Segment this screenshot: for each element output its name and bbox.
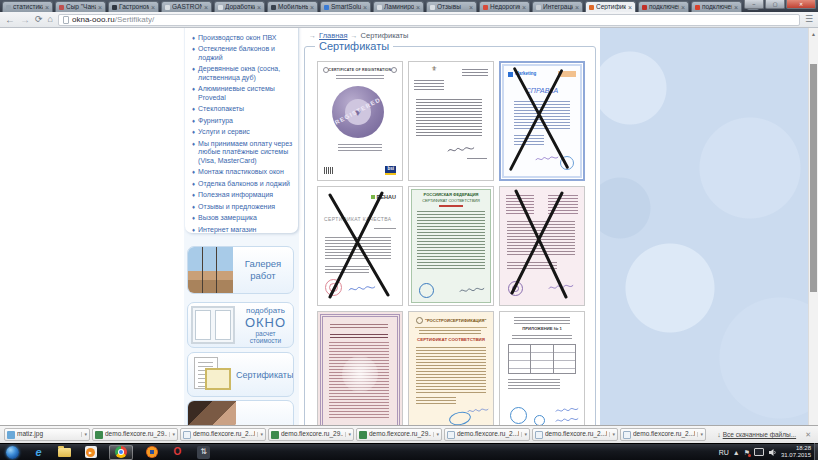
tab-close-icon[interactable]: × <box>469 5 473 10</box>
tab-close-icon[interactable]: × <box>734 5 738 10</box>
tab-close-icon[interactable]: × <box>363 5 367 10</box>
certificate-thumbnail-green[interactable]: РОССИЙСКАЯ ФЕДЕРАЦИЯ СЕРТИФИКАТ СООТВЕТС… <box>408 186 494 306</box>
caret-icon[interactable]: ▾ <box>257 432 263 437</box>
browser-tab[interactable]: статистика× <box>2 1 53 12</box>
window-close-button[interactable]: ✕ <box>786 0 816 9</box>
sidebar-item-measurer[interactable]: ♦Вызов замерщика <box>192 214 294 223</box>
sidebar-item-install[interactable]: ♦Монтаж пластиковых окон <box>192 168 294 177</box>
language-indicator[interactable]: RU <box>719 449 729 456</box>
start-button[interactable] <box>5 445 20 460</box>
tab-close-icon[interactable]: × <box>628 5 632 10</box>
taskbar-opera[interactable]: O <box>170 445 185 460</box>
scrollbar-thumb[interactable] <box>810 64 817 292</box>
tab-close-icon[interactable]: × <box>575 5 579 10</box>
certificate-thumbnail-rosstroy[interactable]: "РОССТРОЙСЕРТИФИКАЦИЯ" СЕРТИФИКАТ СООТВЕ… <box>408 311 494 425</box>
forward-icon[interactable]: → <box>20 15 30 25</box>
browser-tab[interactable]: Гастроном× <box>108 1 159 12</box>
taskbar-chrome-active[interactable] <box>109 445 133 460</box>
taskbar-firefox[interactable] <box>144 445 159 460</box>
scroll-up-icon[interactable]: ▲ <box>809 28 818 39</box>
sidebar-item-info[interactable]: ♦Полезная информация <box>192 191 294 200</box>
show-all-downloads-link[interactable]: ↓ Все скачанные файлы... <box>717 431 796 438</box>
tab-close-icon[interactable]: × <box>257 5 261 10</box>
tab-close-icon[interactable]: × <box>204 5 208 10</box>
address-bar[interactable]: okna-ooo.ru/Sertifikaty/ <box>58 14 800 26</box>
download-item[interactable]: matiz.jpg▾ <box>4 428 90 441</box>
taskbar-download-manager[interactable]: ⇅ <box>196 445 211 460</box>
caret-icon[interactable]: ▾ <box>81 432 87 437</box>
caret-icon[interactable]: ▾ <box>169 432 175 437</box>
network-icon[interactable] <box>754 448 764 456</box>
taskbar-clock[interactable]: 18:28 31.07.2015 <box>781 445 811 459</box>
hidden-icons-arrow[interactable]: ▲ <box>733 449 740 456</box>
tab-close-icon[interactable]: × <box>310 5 314 10</box>
certificate-thumbnail-rehau-crossed[interactable]: REHAU СЕРТИФИКАТ КАЧЕСТВА <box>317 186 403 306</box>
browser-tab[interactable]: Сыр "Чанах"× <box>55 1 106 12</box>
browser-tab[interactable]: Отзывы× <box>426 1 477 12</box>
caret-icon[interactable]: ▾ <box>697 432 703 437</box>
caret-icon[interactable]: ▾ <box>433 432 439 437</box>
tab-close-icon[interactable]: × <box>416 5 420 10</box>
certificate-thumbnail-letter[interactable]: ⚜ <box>408 61 494 181</box>
download-item[interactable]: demo.flexcore.ru_2...html▾ <box>180 428 266 441</box>
download-item[interactable]: demo.flexcore.ru_2...html▾ <box>620 428 706 441</box>
browser-tab[interactable]: подключени...× <box>638 1 689 12</box>
gallery-widget[interactable]: Галерея работ <box>187 246 294 294</box>
action-center-flag-icon[interactable]: ⚑ <box>744 449 750 456</box>
sidebar-item-reviews[interactable]: ♦Отзывы и предложения <box>192 203 294 212</box>
window-minimize-button[interactable]: – <box>744 0 764 9</box>
reload-icon[interactable]: ⟳ <box>35 15 43 24</box>
tab-close-icon[interactable]: × <box>522 5 526 10</box>
downloads-bar-close-icon[interactable]: ✕ <box>805 431 811 438</box>
certificate-thumbnail-pink-crossed[interactable] <box>499 186 585 306</box>
window-maximize-button[interactable]: ▢ <box>765 0 785 9</box>
browser-tab[interactable]: Ламиниро...× <box>373 1 424 12</box>
browser-tab[interactable]: Интеграции× <box>532 1 583 12</box>
download-item[interactable]: demo.flexcore.ru_29....csv▾ <box>268 428 354 441</box>
caret-icon[interactable]: ▾ <box>345 432 351 437</box>
sidebar-item-aluminium[interactable]: ♦Алюминиевые системы Provedal <box>192 85 294 102</box>
sidebar-item-payment[interactable]: ♦Мы принимаем оплату через любые платёжн… <box>192 140 294 166</box>
taskbar-explorer[interactable] <box>57 445 72 460</box>
browser-tab-active[interactable]: Сертификат...× <box>585 1 636 12</box>
show-desktop-button[interactable] <box>814 443 818 460</box>
tab-close-icon[interactable]: × <box>98 5 102 10</box>
certificates-widget[interactable]: Сертификаты <box>187 352 294 397</box>
taskbar-media-player[interactable]: ▶ <box>83 445 98 460</box>
browser-tab[interactable]: Мобильный× <box>267 1 318 12</box>
tab-close-icon[interactable]: × <box>151 5 155 10</box>
download-item[interactable]: demo.flexcore.ru_2...html▾ <box>444 428 530 441</box>
sidebar-item-balcony[interactable]: ♦Отделка балконов и лоджий <box>192 180 294 189</box>
sidebar-item-furniture[interactable]: ♦Фурнитура <box>192 117 294 126</box>
tab-close-icon[interactable]: × <box>681 5 685 10</box>
online-consultant-widget[interactable]: ONLINE <box>187 400 294 425</box>
sidebar-item-glazing[interactable]: ♦Остекление балконов и лоджий <box>192 45 294 62</box>
browser-tab[interactable]: Доработки× <box>214 1 265 12</box>
breadcrumb-home-link[interactable]: Главная <box>319 31 348 40</box>
certificate-thumbnail-blue-crossed[interactable]: Marketing СПРАВКА <box>499 61 585 181</box>
certificate-thumbnail-ornate[interactable] <box>317 311 403 425</box>
browser-tab[interactable]: GASTRONO...× <box>161 1 212 12</box>
browser-tab[interactable]: SmartSoluti...× <box>320 1 371 12</box>
page-scrollbar[interactable]: ▲ <box>808 28 818 425</box>
sidebar-item-pvh[interactable]: ♦Производство окон ПВХ <box>192 34 294 43</box>
download-item[interactable]: demo.flexcore.ru_29....csv▾ <box>92 428 178 441</box>
home-icon[interactable]: ⌂ <box>48 15 53 24</box>
back-icon[interactable]: ← <box>5 15 15 25</box>
sidebar-item-services[interactable]: ♦Услуги и сервис <box>192 128 294 137</box>
caret-icon[interactable]: ▾ <box>609 432 615 437</box>
chrome-menu-icon[interactable]: ☰ <box>805 15 813 24</box>
speaker-icon[interactable] <box>768 448 777 457</box>
caret-icon[interactable]: ▾ <box>521 432 527 437</box>
sidebar-item-shop[interactable]: ♦Интернет магазин <box>192 226 294 235</box>
certificate-thumbnail-bsi[interactable]: CERTIFICATE OF REGISTRATION ♥ REGISTERED… <box>317 61 403 181</box>
sidebar-item-montblanc[interactable]: ♦Элитные окна MONTBLANC <box>192 28 294 31</box>
browser-tab[interactable]: подключени...× <box>691 1 742 12</box>
browser-tab[interactable]: Недорогие...× <box>479 1 530 12</box>
sidebar-item-glass[interactable]: ♦Стеклопакеты <box>192 105 294 114</box>
sidebar-item-wood[interactable]: ♦Деревянные окна (сосна, лиственница дуб… <box>192 65 294 82</box>
window-calculator-widget[interactable]: подобрать ОКНО расчет стоимости <box>187 302 294 348</box>
tab-close-icon[interactable]: × <box>45 5 49 10</box>
certificate-thumbnail-appendix[interactable]: ПРИЛОЖЕНИЕ № 1 <box>499 311 585 425</box>
taskbar-ie[interactable]: e <box>31 445 46 460</box>
